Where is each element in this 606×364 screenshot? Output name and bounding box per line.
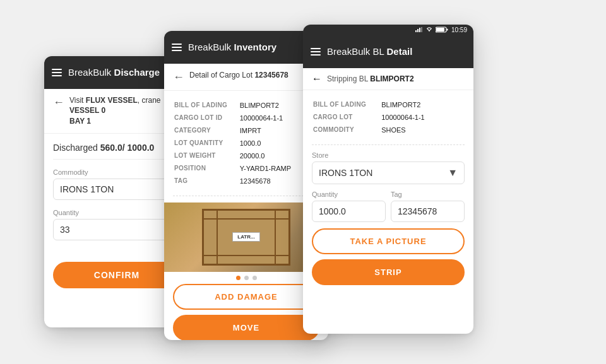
svg-rect-3 [421, 27, 422, 32]
field-label: CARGO LOT [313, 112, 380, 123]
field-label: POSITION [174, 163, 239, 174]
field-value: BLIMPORT2 [381, 99, 463, 110]
svg-rect-2 [419, 28, 420, 32]
inventory-title: BreakBulk Inventory [188, 42, 276, 52]
svg-rect-1 [417, 29, 419, 32]
discharge-title: BreakBulk Discharge [68, 67, 160, 78]
detail-body: BILL OF LADINGBLIMPORT2CARGO LOT10000064… [303, 90, 473, 334]
commodity-input[interactable]: IRONS 1TON [53, 179, 181, 200]
quantity-input[interactable]: 33 [53, 219, 181, 240]
status-time: 10:59 [451, 26, 467, 33]
field-value: SHOES [381, 124, 463, 136]
photo-dot-2[interactable] [252, 276, 257, 280]
detail-tag-input[interactable]: 12345678 [391, 201, 465, 222]
field-label: CARGO LOT ID [174, 112, 239, 124]
inventory-table-row: POSITIONY-YARD1-RAMP [174, 163, 318, 174]
quantity-col: Quantity 1000.0 [312, 191, 386, 222]
confirm-button[interactable]: CONFIRM [53, 262, 181, 288]
detail-table-row: CARGO LOT10000064-1-1 [313, 112, 463, 123]
photo-dot-1[interactable] [244, 276, 249, 280]
store-label: Store [312, 151, 465, 159]
status-bar: 10:59 [303, 25, 473, 35]
field-label: LOT QUANTITY [174, 138, 239, 149]
wifi-icon [426, 27, 432, 32]
store-section: Store IRONS 1TON ▼ [312, 151, 465, 184]
hamburger-icon[interactable] [52, 69, 62, 76]
field-label: CATEGORY [174, 125, 239, 136]
photo-dots [173, 272, 319, 284]
store-select[interactable]: IRONS 1TON ▼ [312, 161, 465, 184]
take-picture-button[interactable]: TAKE A PICTURE [312, 228, 465, 254]
inventory-table-row: LOT WEIGHT20000.0 [174, 150, 318, 161]
detail-quantity-label: Quantity [312, 191, 386, 198]
detail-header: BreakBulk BL Detail [303, 35, 473, 68]
field-label: LOT WEIGHT [174, 150, 239, 161]
quantity-label: Quantity [53, 209, 181, 216]
detail-table-row: BILL OF LADINGBLIMPORT2 [313, 99, 463, 110]
detail-hamburger-icon[interactable] [311, 48, 321, 56]
detail-back-icon[interactable]: ← [312, 73, 322, 85]
commodity-label: Commodity [53, 168, 181, 176]
battery-icon [436, 26, 448, 33]
inventory-actions: ADD DAMAGE MOVE [173, 284, 319, 340]
field-label: TAG [174, 175, 239, 187]
field-value: 10000064-1-1 [381, 112, 463, 123]
back-arrow-icon[interactable]: ← [53, 96, 64, 109]
detail-quantity-input[interactable]: 1000.0 [312, 201, 386, 222]
crate-visual: LATR... [202, 209, 290, 266]
field-label: BILL OF LADING [313, 99, 380, 110]
tag-col: Tag 12345678 [391, 191, 465, 222]
inventory-table-row: TAG12345678 [174, 175, 318, 187]
detail-tag-label: Tag [391, 191, 465, 198]
inventory-back-icon[interactable]: ← [173, 71, 184, 84]
inventory-table-row: BILL OF LADINGBLIMPORT2 [174, 100, 318, 111]
commodity-section: Commodity IRONS 1TON [53, 168, 181, 200]
svg-rect-6 [436, 28, 444, 32]
detail-card: 10:59 BreakBulk BL Detail ← Stripping BL… [303, 25, 473, 334]
crate-label: LATR... [232, 232, 259, 242]
store-value: IRONS 1TON [319, 168, 372, 178]
field-label: BILL OF LADING [174, 100, 239, 111]
inventory-table-row: CARGO LOT ID10000064-1-1 [174, 112, 318, 124]
detail-sub-header: ← Stripping BL BLIMPORT2 [303, 68, 473, 90]
inventory-table: BILL OF LADINGBLIMPORT2CARGO LOT ID10000… [173, 98, 319, 188]
quantity-tag-row: Quantity 1000.0 Tag 12345678 [312, 191, 465, 222]
discharged-info: Discharged 560.0/ 1000.0 [53, 143, 181, 160]
strip-button[interactable]: STRIP [312, 259, 465, 285]
photo-dot-0[interactable] [236, 276, 241, 280]
add-damage-button[interactable]: ADD DAMAGE [173, 284, 319, 310]
svg-point-4 [429, 30, 430, 32]
inventory-table-row: LOT QUANTITY1000.0 [174, 138, 318, 149]
svg-rect-0 [415, 30, 417, 32]
inventory-table-row: CATEGORYIMPRT [174, 125, 318, 136]
quantity-section: Quantity 33 [53, 209, 181, 240]
field-label: COMMODITY [313, 124, 380, 136]
inventory-hamburger-icon[interactable] [172, 44, 182, 51]
dropdown-arrow-icon: ▼ [448, 167, 458, 179]
move-button[interactable]: MOVE [173, 315, 319, 340]
detail-title: BreakBulk BL Detail [327, 46, 412, 57]
svg-rect-7 [446, 29, 448, 31]
detail-table-row: COMMODITYSHOES [313, 124, 463, 136]
signal-icon [415, 27, 423, 32]
detail-fields-table: BILL OF LADINGBLIMPORT2CARGO LOT10000064… [312, 98, 465, 137]
